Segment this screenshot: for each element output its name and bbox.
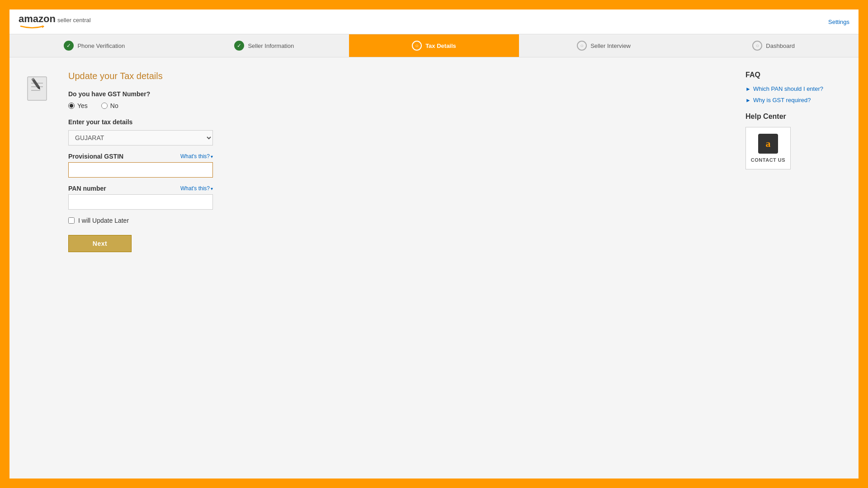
tax-details-label: Enter your tax details xyxy=(68,118,732,126)
faq-arrow-pan: ► xyxy=(745,86,751,92)
faq-title: FAQ xyxy=(745,71,845,79)
radio-yes[interactable]: Yes xyxy=(68,102,88,109)
faq-link-pan[interactable]: ► Which PAN should I enter? xyxy=(745,85,845,92)
settings-link[interactable]: Settings xyxy=(828,19,849,25)
gst-radio-group: Yes No xyxy=(68,102,732,109)
step-icon-seller: ✓ xyxy=(234,41,244,51)
update-later-label: I will Update Later xyxy=(78,217,129,224)
step-label-seller: Seller Information xyxy=(248,42,294,49)
form-icon-area xyxy=(23,71,59,465)
step-dashboard[interactable]: ○ Dashboard xyxy=(689,34,859,57)
amazon-a-icon: a xyxy=(766,138,771,150)
step-seller-information[interactable]: ✓ Seller Information xyxy=(179,34,349,57)
contact-icon-bg: a xyxy=(758,134,778,154)
logo: amazon seller central xyxy=(19,14,91,29)
svg-rect-1 xyxy=(28,77,47,100)
gst-question: Do you have GST Number? xyxy=(68,90,732,98)
next-button[interactable]: Next xyxy=(68,235,132,252)
step-tax-details[interactable]: ○ Tax Details xyxy=(349,34,519,57)
amazon-smile-icon xyxy=(19,24,46,28)
whats-this-pan-arrow: ▾ xyxy=(211,186,213,191)
pan-label: PAN number xyxy=(68,185,106,192)
pan-input[interactable] xyxy=(68,194,213,210)
progress-bar: ✓ Phone Verification ✓ Seller Informatio… xyxy=(9,34,859,57)
step-icon-dashboard: ○ xyxy=(752,41,762,51)
contact-us-box[interactable]: a CONTACT US xyxy=(745,127,791,169)
faq-gst-text: Why is GST required? xyxy=(753,97,811,103)
form-section: Update your Tax details Do you have GST … xyxy=(23,71,732,465)
gstin-whats-this[interactable]: What's this? ▾ xyxy=(180,153,213,160)
step-icon-interview: ○ xyxy=(577,41,587,51)
step-label-dashboard: Dashboard xyxy=(766,42,795,49)
pan-field-row: PAN number What's this? ▾ xyxy=(68,185,213,192)
logo-amazon-text: amazon xyxy=(19,14,56,24)
step-label-interview: Seller Interview xyxy=(590,42,631,49)
faq-arrow-gst: ► xyxy=(745,97,751,103)
whats-this-gstin-arrow: ▾ xyxy=(211,154,213,159)
step-phone-verification[interactable]: ✓ Phone Verification xyxy=(9,34,179,57)
radio-yes-input[interactable] xyxy=(68,103,75,109)
radio-no-input[interactable] xyxy=(101,103,108,109)
step-icon-phone: ✓ xyxy=(64,41,74,51)
step-label-phone: Phone Verification xyxy=(77,42,125,49)
step-label-tax: Tax Details xyxy=(425,42,456,49)
radio-no-label: No xyxy=(110,102,118,109)
step-seller-interview[interactable]: ○ Seller Interview xyxy=(519,34,689,57)
help-center-title: Help Center xyxy=(745,113,845,121)
gstin-label: Provisional GSTIN xyxy=(68,153,123,160)
form-title: Update your Tax details xyxy=(68,71,732,81)
main-content: Update your Tax details Do you have GST … xyxy=(9,57,859,479)
radio-no[interactable]: No xyxy=(101,102,118,109)
radio-yes-label: Yes xyxy=(77,102,88,109)
form-body: Update your Tax details Do you have GST … xyxy=(68,71,732,465)
update-later-row: I will Update Later xyxy=(68,217,732,224)
gstin-field-row: Provisional GSTIN What's this? ▾ xyxy=(68,153,213,160)
sidebar: FAQ ► Which PAN should I enter? ► Why is… xyxy=(745,71,845,465)
state-select[interactable]: GUJARAT xyxy=(68,130,213,145)
step-icon-tax: ○ xyxy=(412,41,422,51)
header: amazon seller central Settings xyxy=(9,9,859,34)
gstin-input[interactable] xyxy=(68,162,213,178)
logo-seller-text: seller central xyxy=(57,17,91,23)
faq-pan-text: Which PAN should I enter? xyxy=(753,85,823,92)
pan-whats-this[interactable]: What's this? ▾ xyxy=(180,185,213,192)
update-later-checkbox[interactable] xyxy=(68,217,75,224)
contact-us-label: CONTACT US xyxy=(751,157,785,163)
tax-document-icon xyxy=(23,73,55,105)
faq-link-gst[interactable]: ► Why is GST required? xyxy=(745,97,845,103)
